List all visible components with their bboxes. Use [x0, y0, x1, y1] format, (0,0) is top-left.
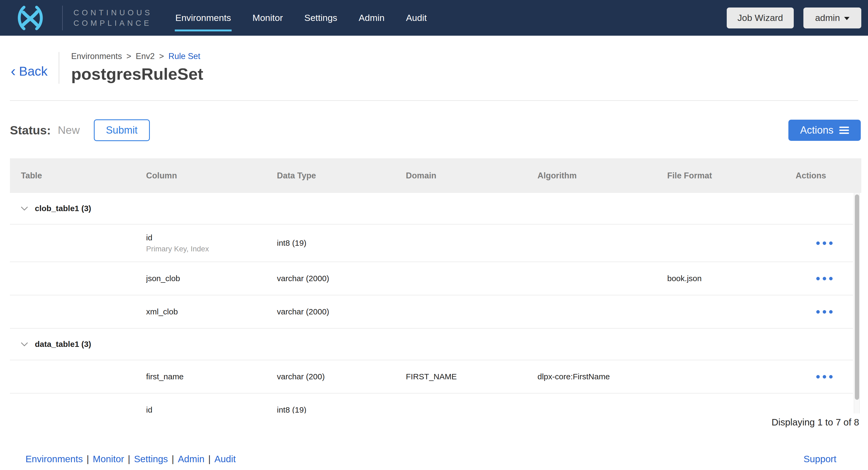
chevron-down-icon[interactable]	[21, 206, 28, 211]
back-chevron-icon: ‹	[11, 65, 16, 78]
column-name: json_clob	[146, 274, 277, 283]
wordmark-line2: COMPLIANCE	[73, 18, 153, 28]
nav-item-environments[interactable]: Environments	[175, 12, 231, 23]
col-header-domain: Domain	[406, 171, 537, 180]
row-actions-button[interactable]	[796, 277, 853, 280]
group-cell: data_table1 (3)	[10, 340, 146, 349]
back-button[interactable]: ‹ Back	[11, 64, 48, 79]
row-actions-button[interactable]	[796, 375, 853, 379]
footer-separator: |	[172, 453, 174, 464]
table-row: idint8 (19)	[10, 393, 853, 413]
scrollbar-thumb[interactable]	[855, 195, 859, 400]
section-divider	[10, 100, 858, 101]
breadcrumb-environments[interactable]: Environments	[71, 52, 122, 61]
footer-link-monitor[interactable]: Monitor	[93, 453, 124, 464]
back-label: Back	[19, 64, 48, 79]
file-format-cell: book.json	[667, 274, 796, 283]
menu-icon	[839, 127, 849, 134]
footer-separator: |	[128, 453, 130, 464]
col-header-actions: Actions	[796, 171, 861, 180]
column-name: id	[146, 405, 277, 413]
support-link[interactable]: Support	[803, 453, 836, 464]
table-body: clob_table1 (3)idPrimary Key, Indexint8 …	[10, 193, 853, 413]
col-header-column: Column	[146, 171, 277, 180]
column-name: xml_clob	[146, 307, 277, 316]
breadcrumb: Environments > Env2 > Rule Set	[71, 51, 203, 62]
column-cell: id	[146, 405, 277, 413]
status-label: Status:	[10, 123, 51, 137]
rule-set-table: Table Column Data Type Domain Algorithm …	[10, 158, 861, 413]
footer-link-settings[interactable]: Settings	[134, 453, 168, 464]
nav-item-admin[interactable]: Admin	[359, 12, 384, 23]
table-scrollbar[interactable]	[854, 193, 860, 413]
footer-link-admin[interactable]: Admin	[178, 453, 204, 464]
nav-item-settings[interactable]: Settings	[304, 12, 337, 23]
table-group-row[interactable]: data_table1 (3)	[10, 329, 853, 360]
row-actions-button[interactable]	[796, 310, 853, 314]
status-bar: Status: New Submit Actions	[10, 119, 861, 141]
column-name: id	[146, 233, 277, 242]
main-nav: EnvironmentsMonitorSettingsAdminAudit	[175, 12, 427, 23]
job-wizard-button[interactable]: Job Wizard	[727, 7, 794, 28]
delphix-logo-icon[interactable]	[10, 5, 51, 31]
table-row: xml_clobvarchar (2000)	[10, 295, 853, 329]
breadcrumb-separator: >	[127, 52, 131, 61]
table-row: first_namevarchar (200)FIRST_NAMEdlpx-co…	[10, 360, 853, 393]
column-name: first_name	[146, 372, 277, 381]
col-header-table: Table	[10, 171, 146, 180]
table-row: json_clobvarchar (2000)book.json	[10, 262, 853, 295]
col-header-data-type: Data Type	[277, 171, 406, 180]
user-menu-button[interactable]: admin	[803, 7, 861, 28]
chevron-down-icon[interactable]	[21, 342, 28, 347]
footer: Environments|Monitor|Settings|Admin|Audi…	[0, 453, 868, 464]
domain-cell: FIRST_NAME	[406, 372, 537, 381]
data-type-cell: varchar (2000)	[277, 274, 406, 283]
group-cell: clob_table1 (3)	[10, 204, 146, 213]
breadcrumb-separator: >	[159, 52, 164, 61]
table-group-row[interactable]: clob_table1 (3)	[10, 193, 853, 225]
footer-separator: |	[87, 453, 89, 464]
actions-button-label: Actions	[800, 124, 834, 136]
row-actions-button[interactable]	[796, 241, 853, 245]
actions-cell	[796, 277, 853, 280]
data-type-cell: int8 (19)	[277, 238, 406, 247]
column-note: Primary Key, Index	[146, 245, 277, 253]
group-table-name: clob_table1 (3)	[35, 204, 91, 213]
column-cell: json_clob	[146, 274, 277, 283]
breadcrumb-env2[interactable]: Env2	[136, 52, 155, 61]
col-header-file-format: File Format	[667, 171, 796, 180]
group-table-name: data_table1 (3)	[35, 340, 91, 349]
actions-cell	[796, 310, 853, 314]
wordmark-line1: CONTINUOUS	[73, 7, 153, 18]
table-row: idPrimary Key, Indexint8 (19)	[10, 225, 853, 262]
footer-link-audit[interactable]: Audit	[214, 453, 236, 464]
nav-item-monitor[interactable]: Monitor	[252, 12, 283, 23]
actions-cell	[796, 375, 853, 379]
actions-cell	[796, 241, 853, 245]
algorithm-cell: dlpx-core:FirstName	[537, 372, 667, 381]
caret-down-icon	[844, 17, 849, 20]
page-header: ‹ Back Environments > Env2 > Rule Set po…	[0, 36, 868, 84]
page-title: postgresRuleSet	[71, 64, 203, 84]
data-type-cell: varchar (200)	[277, 372, 406, 381]
col-header-algorithm: Algorithm	[537, 171, 667, 180]
user-menu-label: admin	[815, 12, 840, 23]
actions-button[interactable]: Actions	[788, 120, 861, 141]
footer-separator: |	[208, 453, 211, 464]
data-type-cell: int8 (19)	[277, 405, 406, 413]
submit-button[interactable]: Submit	[94, 119, 150, 141]
column-cell: idPrimary Key, Index	[146, 233, 277, 253]
top-navbar: CONTINUOUS COMPLIANCE EnvironmentsMonito…	[0, 0, 868, 36]
pagination-status: Displaying 1 to 7 of 8	[0, 417, 859, 428]
footer-link-environments[interactable]: Environments	[26, 453, 83, 464]
status-value: New	[58, 124, 80, 137]
header-divider	[59, 52, 59, 84]
brand-divider	[62, 6, 63, 30]
table-header-row: Table Column Data Type Domain Algorithm …	[10, 158, 861, 193]
data-type-cell: varchar (2000)	[277, 307, 406, 316]
column-cell: xml_clob	[146, 307, 277, 316]
product-wordmark: CONTINUOUS COMPLIANCE	[73, 7, 153, 28]
nav-item-audit[interactable]: Audit	[406, 12, 427, 23]
footer-links: Environments|Monitor|Settings|Admin|Audi…	[26, 453, 236, 464]
breadcrumb-rule-set[interactable]: Rule Set	[168, 52, 200, 61]
